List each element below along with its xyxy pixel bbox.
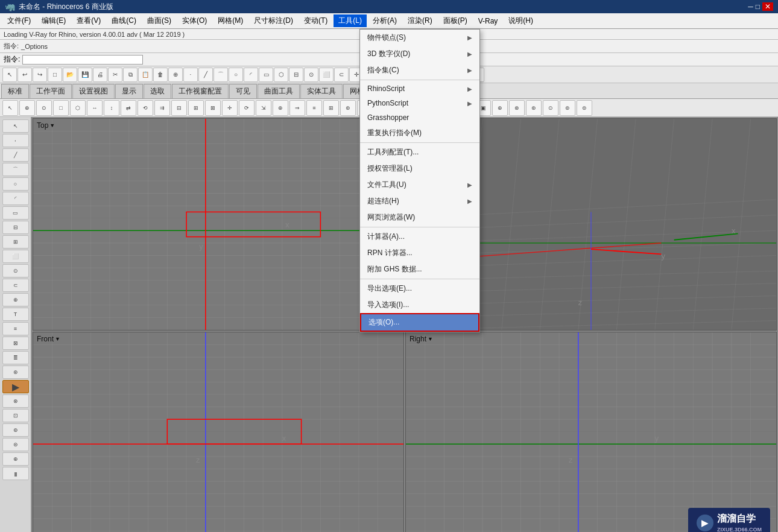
stb-11[interactable]: ⊟ [171, 100, 187, 116]
viewport-front-label[interactable]: Front ▼ [37, 335, 60, 343]
side-btn-material[interactable]: ⊛ [2, 366, 29, 379]
tb-cut[interactable]: ✂ [108, 68, 122, 82]
tb-print[interactable]: 🖨 [93, 68, 107, 82]
side-btn-misc5[interactable]: ⊕ [2, 452, 29, 466]
stb-23[interactable]: ⊠ [374, 100, 390, 116]
tb-extend[interactable]: ⇥ [425, 68, 439, 82]
tab-mesh-tools[interactable]: 网格工具 [343, 84, 385, 98]
tb-box[interactable]: ⬜ [319, 68, 334, 82]
tab-curve-tools[interactable]: 曲面工具 [258, 84, 300, 98]
side-btn-misc2[interactable]: ⊡ [2, 409, 29, 422]
stb-24[interactable]: ⊟ [391, 100, 406, 116]
tb-undo[interactable]: ↩ [17, 68, 32, 82]
stb-21[interactable]: ⊛ [340, 100, 356, 116]
stb-22[interactable]: ⊕ [357, 100, 373, 116]
tb-group[interactable]: ⊠ [470, 68, 484, 82]
tab-workplane[interactable]: 工作平面 [30, 84, 72, 98]
side-btn-layer[interactable]: ≣ [2, 351, 29, 364]
tb-save[interactable]: 💾 [78, 68, 92, 82]
tb-sphere[interactable]: ⊙ [304, 68, 318, 82]
tb-explode[interactable]: ⊞ [455, 68, 469, 82]
tb-curve[interactable]: ⌒ [213, 68, 228, 82]
side-btn-misc4[interactable]: ⊜ [2, 438, 29, 451]
stb-29[interactable]: ▣ [475, 100, 491, 116]
side-btn-arrow[interactable]: ↖ [2, 119, 29, 133]
menu-file[interactable]: 文件(F) [2, 14, 36, 27]
tb-scale[interactable]: ⇲ [379, 68, 394, 82]
menu-help[interactable]: 说明(H) [504, 14, 538, 27]
stb-31[interactable]: ⊗ [509, 100, 525, 116]
side-btn-line[interactable]: ╱ [2, 148, 29, 162]
menu-panel[interactable]: 面板(P) [438, 14, 472, 27]
tb-snap[interactable]: ⊕ [168, 68, 183, 82]
stb-27[interactable]: ⊠ [441, 100, 457, 116]
stb-26[interactable]: □ [425, 100, 440, 116]
stb-16[interactable]: ⇲ [256, 100, 271, 116]
tab-standard[interactable]: 标准 [1, 84, 29, 98]
side-btn-text[interactable]: T [2, 308, 29, 321]
viewport-perspective[interactable]: z y x Perspective ▼ [405, 118, 777, 331]
tab-display[interactable]: 显示 [115, 84, 143, 98]
viewport-top[interactable]: y x Top ▼ [33, 118, 404, 331]
stb-17[interactable]: ⊕ [273, 100, 288, 116]
stb-35[interactable]: ⊜ [577, 100, 592, 116]
viewport-front[interactable]: z x Front ▼ [33, 332, 404, 532]
side-btn-hatch[interactable]: ≡ [2, 322, 29, 335]
tb-move[interactable]: ✛ [349, 68, 364, 82]
stb-2[interactable]: ⊕ [19, 100, 35, 116]
side-btn-sphere[interactable]: ⊙ [2, 264, 29, 277]
side-btn-surface[interactable]: ⊞ [2, 235, 29, 249]
menu-edit[interactable]: 编辑(E) [37, 14, 71, 27]
stb-8[interactable]: ⇄ [121, 100, 136, 116]
tb-cyl[interactable]: ⊂ [334, 68, 349, 82]
stb-9[interactable]: ⟲ [138, 100, 153, 116]
viewport-front-arrow[interactable]: ▼ [55, 336, 60, 342]
side-btn-misc1[interactable]: ⊗ [2, 394, 29, 408]
stb-12[interactable]: ⊞ [188, 100, 204, 116]
tab-render-tools[interactable]: 渲染工具 [386, 84, 428, 98]
viewport-right[interactable]: z y Right ▼ ▶ 溜溜自学 ZIXUE.3D66.COM [405, 332, 777, 532]
stb-6[interactable]: ↔ [87, 100, 103, 116]
stb-32[interactable]: ⊛ [526, 100, 542, 116]
tb-arc[interactable]: ◜ [244, 68, 258, 82]
tb-circle[interactable]: ○ [229, 68, 243, 82]
tab-viewport-config[interactable]: 工作视窗配置 [172, 84, 229, 98]
stb-30[interactable]: ⊕ [492, 100, 508, 116]
tb-new[interactable]: □ [48, 68, 62, 82]
stb-5[interactable]: ⬡ [70, 100, 86, 116]
stb-20[interactable]: ⊞ [323, 100, 339, 116]
menu-mesh[interactable]: 网格(M) [213, 14, 248, 27]
side-btn-curve[interactable]: ⌒ [2, 163, 29, 176]
side-btn-render[interactable]: ▶ [2, 380, 29, 393]
tb-rect[interactable]: ▭ [259, 68, 273, 82]
tb-trim[interactable]: ✂ [410, 68, 424, 82]
menu-solid[interactable]: 实体(O) [177, 14, 212, 27]
tb-plane[interactable]: ⊟ [289, 68, 303, 82]
stb-13[interactable]: ⊠ [205, 100, 221, 116]
side-btn-circle[interactable]: ○ [2, 177, 29, 191]
tab-solid-tools[interactable]: 实体工具 [300, 84, 343, 98]
side-btn-rect[interactable]: ▭ [2, 206, 29, 220]
tb-mirror[interactable]: ⇿ [394, 68, 409, 82]
tb-redo[interactable]: ↪ [33, 68, 47, 82]
side-btn-dim[interactable]: ⊕ [2, 293, 29, 306]
tb-line[interactable]: ╱ [198, 68, 213, 82]
menu-analysis[interactable]: 分析(A) [368, 14, 402, 27]
menu-tools[interactable]: 工具(L) [334, 14, 367, 27]
viewport-top-label[interactable]: Top ▼ [37, 121, 55, 130]
viewport-perspective-arrow[interactable]: ▼ [449, 122, 454, 128]
side-btn-plane[interactable]: ⊟ [2, 221, 29, 234]
stb-4[interactable]: □ [53, 100, 69, 116]
stb-18[interactable]: ⇒ [289, 100, 305, 116]
command-input[interactable] [22, 55, 143, 65]
side-btn-grid[interactable]: |||| [2, 467, 29, 480]
tb-delete[interactable]: 🗑 [153, 68, 168, 82]
stb-7[interactable]: ↕ [104, 100, 119, 116]
side-btn-group[interactable]: ⊠ [2, 337, 29, 350]
tb-copy[interactable]: ⧉ [123, 68, 138, 82]
side-btn-misc3[interactable]: ⊚ [2, 423, 29, 437]
tb-paste[interactable]: 📋 [138, 68, 153, 82]
side-btn-point[interactable]: · [2, 134, 29, 147]
tb-poly[interactable]: ⬡ [274, 68, 288, 82]
menu-surface[interactable]: 曲面(S) [142, 14, 176, 27]
